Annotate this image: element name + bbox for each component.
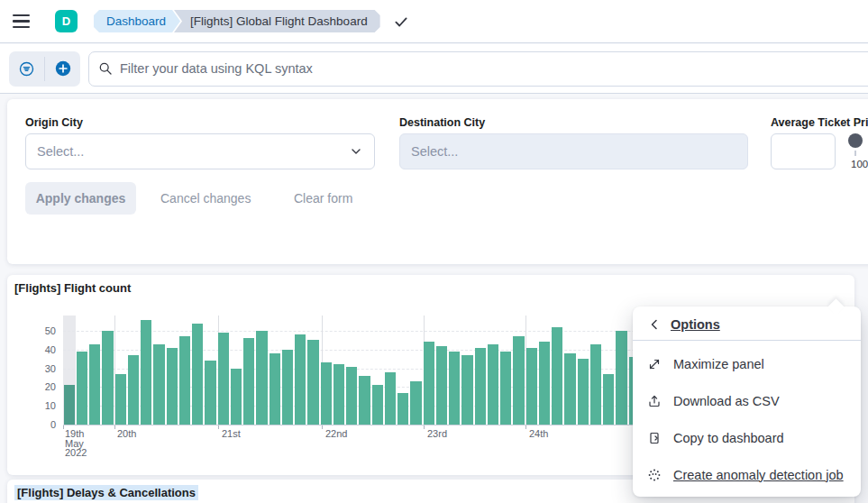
flight-count-bar[interactable] bbox=[256, 331, 267, 425]
flight-count-bar[interactable] bbox=[500, 352, 511, 425]
options-title: Options bbox=[671, 317, 720, 332]
flight-count-bar[interactable] bbox=[243, 338, 254, 425]
breadcrumb-current-dashboard[interactable]: [Flights] Global Flight Dashboard bbox=[174, 10, 380, 32]
origin-city-select[interactable]: Select... bbox=[25, 133, 375, 169]
options-back-header[interactable]: Options bbox=[633, 306, 861, 340]
flight-count-bar[interactable] bbox=[475, 348, 486, 425]
average-ticket-price-input[interactable] bbox=[771, 133, 836, 169]
flight-count-bar[interactable] bbox=[77, 352, 87, 425]
price-slider-value: 100 bbox=[851, 159, 868, 169]
flight-count-bar[interactable] bbox=[603, 374, 614, 425]
flight-count-bar[interactable] bbox=[192, 324, 203, 425]
flight-count-bar[interactable] bbox=[436, 346, 447, 425]
flight-count-bar[interactable] bbox=[115, 374, 126, 425]
download-csv-icon bbox=[647, 394, 662, 408]
query-toolbar bbox=[0, 44, 868, 94]
flight-count-bar[interactable] bbox=[616, 331, 626, 425]
flight-count-bar[interactable] bbox=[552, 327, 562, 425]
destination-city-select[interactable]: Select... bbox=[399, 133, 748, 169]
menu-item-label: Maximize panel bbox=[673, 357, 764, 371]
flight-count-bar[interactable] bbox=[590, 344, 601, 425]
flight-count-bar[interactable] bbox=[449, 352, 460, 425]
flight-count-bar[interactable] bbox=[321, 362, 332, 425]
flight-count-bar[interactable] bbox=[526, 348, 537, 425]
flight-count-bar[interactable] bbox=[424, 342, 434, 425]
add-filter-button[interactable] bbox=[45, 51, 80, 87]
flight-count-bar[interactable] bbox=[372, 385, 383, 425]
x-axis-tick bbox=[218, 425, 219, 429]
price-slider-thumb[interactable] bbox=[848, 133, 863, 148]
flight-count-bar[interactable] bbox=[461, 355, 472, 425]
flight-count-bar[interactable] bbox=[218, 333, 229, 425]
x-axis-tick bbox=[424, 425, 425, 429]
flight-count-bar[interactable] bbox=[578, 359, 589, 425]
menu-item-download-as-csv[interactable]: Download as CSV bbox=[633, 382, 861, 419]
kql-search-box bbox=[88, 51, 868, 87]
origin-city-placeholder: Select... bbox=[37, 144, 84, 159]
kql-search-input[interactable] bbox=[120, 61, 860, 76]
menu-item-label: Copy to dashboard bbox=[673, 431, 784, 445]
flight-count-bar[interactable] bbox=[385, 372, 396, 425]
filter-button-group bbox=[9, 51, 80, 87]
x-axis-tick bbox=[63, 425, 64, 429]
menu-hamburger-button[interactable] bbox=[13, 7, 41, 36]
flight-count-bar[interactable] bbox=[153, 344, 164, 425]
flight-count-bar[interactable] bbox=[333, 364, 344, 425]
dashboard-controls-panel: Origin City Select... Destination City S… bbox=[7, 99, 868, 264]
price-slider-tick bbox=[854, 151, 856, 156]
hamburger-icon bbox=[13, 14, 30, 16]
flight-count-bar[interactable] bbox=[307, 340, 318, 425]
filter-circle-icon bbox=[19, 61, 34, 77]
x-axis-label: 22nd bbox=[325, 429, 347, 439]
saved-query-menu-button[interactable] bbox=[9, 51, 44, 87]
y-axis-label: 40 bbox=[31, 344, 56, 355]
menu-item-copy-to-dashboard[interactable]: Copy to dashboard bbox=[633, 419, 861, 456]
flight-count-bar[interactable] bbox=[513, 336, 524, 425]
deployment-badge[interactable]: D bbox=[55, 10, 78, 32]
flight-count-bar[interactable] bbox=[397, 393, 408, 425]
flight-count-bar[interactable] bbox=[141, 320, 151, 425]
flight-count-bar[interactable] bbox=[410, 381, 421, 425]
flight-count-bar[interactable] bbox=[564, 353, 575, 425]
menu-item-maximize-panel[interactable]: Maximize panel bbox=[633, 345, 861, 382]
flight-count-bar[interactable] bbox=[89, 344, 100, 425]
anomaly-detection-icon bbox=[647, 468, 662, 482]
flight-count-bar[interactable] bbox=[128, 355, 139, 425]
search-icon bbox=[98, 61, 113, 76]
origin-city-label: Origin City bbox=[25, 116, 83, 129]
destination-city-label: Destination City bbox=[399, 116, 485, 129]
saved-check-button[interactable] bbox=[391, 12, 411, 32]
flight-count-bar[interactable] bbox=[205, 361, 215, 425]
flight-count-bar[interactable] bbox=[359, 376, 370, 425]
apply-changes-button[interactable]: Apply changes bbox=[25, 182, 136, 215]
x-axis-label: 21st bbox=[222, 429, 241, 439]
flight-count-bar[interactable] bbox=[282, 350, 293, 425]
flight-count-bar[interactable] bbox=[231, 369, 242, 425]
x-axis-label: 19th May 2022 bbox=[65, 429, 87, 458]
x-axis-tick bbox=[114, 425, 115, 429]
y-axis-label: 20 bbox=[31, 381, 56, 392]
menu-item-label: Create anomaly detection job bbox=[673, 468, 844, 482]
menu-item-create-anomaly-detection-job[interactable]: Create anomaly detection job bbox=[633, 456, 861, 493]
y-axis-label: 30 bbox=[31, 363, 56, 374]
y-axis-label: 0 bbox=[31, 419, 56, 430]
maximize-panel-icon bbox=[647, 357, 662, 371]
flight-count-bar[interactable] bbox=[488, 344, 498, 425]
flight-count-bar[interactable] bbox=[346, 367, 357, 425]
delays-panel-title[interactable]: [Flights] Delays & Cancellations bbox=[14, 486, 198, 499]
flight-count-bar[interactable] bbox=[102, 331, 113, 425]
clear-form-button[interactable]: Clear form bbox=[294, 182, 352, 215]
y-axis-label: 50 bbox=[31, 325, 56, 336]
menu-item-label: Download as CSV bbox=[673, 394, 780, 408]
copy-to-dashboard-icon bbox=[647, 431, 662, 445]
top-navigation-bar: D Dashboard [Flights] Global Flight Dash… bbox=[0, 0, 868, 43]
flight-count-bar[interactable] bbox=[539, 342, 550, 425]
flight-count-bar[interactable] bbox=[295, 334, 306, 425]
flight-count-bar[interactable] bbox=[270, 353, 280, 425]
cancel-changes-button[interactable]: Cancel changes bbox=[160, 182, 251, 215]
flight-count-bar[interactable] bbox=[179, 336, 190, 425]
destination-city-placeholder: Select... bbox=[411, 144, 458, 159]
flight-count-bar[interactable] bbox=[167, 348, 178, 425]
flight-count-bar[interactable] bbox=[64, 385, 75, 425]
breadcrumb-dashboard[interactable]: Dashboard bbox=[94, 10, 180, 32]
